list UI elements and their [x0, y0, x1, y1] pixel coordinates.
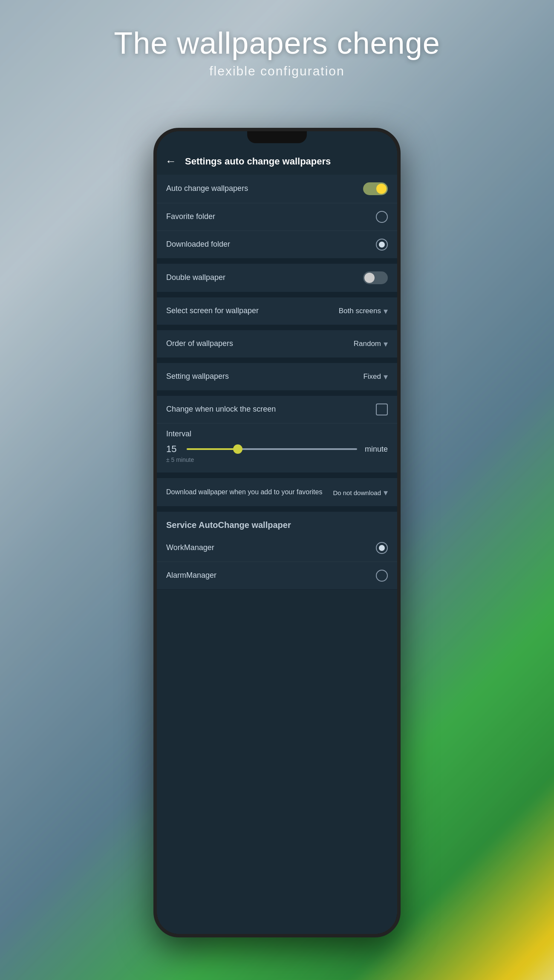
app-bar-title: Settings auto change wallpapers [185, 156, 389, 167]
download-value: Do not download [333, 489, 381, 496]
double-wallpaper-toggle[interactable] [363, 271, 388, 284]
work-manager-radio[interactable] [376, 542, 388, 554]
divider-3 [157, 325, 397, 330]
divider-6 [157, 473, 397, 478]
section-download: Download wallpaper when you add to your … [157, 478, 397, 507]
work-manager-row[interactable]: WorkManager [157, 534, 397, 562]
select-screen-arrow-icon: ▾ [384, 306, 388, 316]
order-dropdown[interactable]: Random ▾ [354, 339, 388, 349]
work-manager-label: WorkManager [166, 543, 376, 553]
downloaded-folder-row[interactable]: Downloaded folder [157, 231, 397, 258]
downloaded-folder-radio[interactable] [376, 239, 388, 251]
auto-change-label: Auto change wallpapers [166, 184, 363, 193]
double-wallpaper-row: Double wallpaper [157, 264, 397, 292]
section-unlock-interval: Change when unlock the screen Interval 1… [157, 396, 397, 473]
divider-2 [157, 292, 397, 297]
section-order: Order of wallpapers Random ▾ [157, 330, 397, 358]
section-setting-wallpapers: Setting wallpapers Fixed ▾ [157, 363, 397, 391]
hero-title: The wallpapers chenge [0, 26, 554, 61]
order-arrow-icon: ▾ [384, 339, 388, 349]
alarm-manager-label: AlarmManager [166, 571, 376, 580]
order-value: Random [354, 340, 381, 348]
setting-wallpapers-dropdown[interactable]: Fixed ▾ [363, 372, 388, 382]
phone-screen: ← Settings auto change wallpapers Auto c… [157, 131, 397, 934]
favorite-folder-label: Favorite folder [166, 212, 376, 222]
order-label: Order of wallpapers [166, 339, 354, 349]
favorite-folder-row[interactable]: Favorite folder [157, 203, 397, 231]
interval-label: Interval [166, 429, 388, 438]
settings-content: Auto change wallpapers Favorite folder D… [157, 175, 397, 931]
section-double-wallpaper: Double wallpaper [157, 264, 397, 292]
slider-fill [187, 448, 238, 450]
back-button[interactable]: ← [165, 155, 178, 168]
change-unlock-label: Change when unlock the screen [166, 404, 376, 414]
interval-hint: ± 5 minute [166, 456, 388, 463]
select-screen-label: Select screen for wallpaper [166, 306, 339, 316]
select-screen-dropdown[interactable]: Both screens ▾ [339, 306, 388, 316]
interval-row: 15 minute [166, 444, 388, 455]
interval-value: 15 [166, 444, 182, 455]
setting-wallpapers-row[interactable]: Setting wallpapers Fixed ▾ [157, 363, 397, 390]
downloaded-folder-radio-inner [379, 242, 385, 248]
double-wallpaper-toggle-thumb [364, 273, 375, 283]
divider-1 [157, 259, 397, 264]
hero-subtitle: flexible configuration [0, 64, 554, 78]
section-auto-change: Auto change wallpapers Favorite folder D… [157, 175, 397, 259]
download-arrow-icon: ▾ [384, 487, 388, 498]
divider-5 [157, 391, 397, 396]
phone-notch [247, 131, 307, 143]
slider-track [187, 448, 357, 450]
hero-section: The wallpapers chenge flexible configura… [0, 26, 554, 78]
change-unlock-checkbox[interactable] [376, 404, 388, 415]
alarm-manager-row[interactable]: AlarmManager [157, 562, 397, 589]
setting-wallpapers-value: Fixed [363, 372, 381, 381]
download-row[interactable]: Download wallpaper when you add to your … [157, 478, 397, 506]
setting-wallpapers-label: Setting wallpapers [166, 372, 363, 381]
downloaded-folder-label: Downloaded folder [166, 239, 376, 249]
work-manager-radio-inner [379, 545, 385, 551]
alarm-manager-radio[interactable] [376, 570, 388, 582]
phone-wrapper: ← Settings auto change wallpapers Auto c… [153, 128, 401, 937]
service-header: Service AutoChange wallpaper [157, 512, 397, 534]
order-row[interactable]: Order of wallpapers Random ▾ [157, 330, 397, 357]
slider-thumb[interactable] [233, 444, 242, 454]
divider-7 [157, 507, 397, 512]
divider-4 [157, 358, 397, 363]
interval-section: Interval 15 minute ± 5 minute [157, 424, 397, 473]
setting-wallpapers-arrow-icon: ▾ [384, 372, 388, 382]
interval-unit: minute [362, 445, 388, 454]
section-service: Service AutoChange wallpaper WorkManager… [157, 512, 397, 590]
section-select-screen: Select screen for wallpaper Both screens… [157, 297, 397, 325]
phone: ← Settings auto change wallpapers Auto c… [153, 128, 401, 937]
auto-change-row: Auto change wallpapers [157, 175, 397, 203]
select-screen-row[interactable]: Select screen for wallpaper Both screens… [157, 297, 397, 325]
auto-change-toggle[interactable] [363, 182, 388, 195]
select-screen-value: Both screens [339, 307, 381, 315]
change-unlock-row: Change when unlock the screen [157, 396, 397, 424]
interval-slider[interactable] [187, 444, 357, 454]
favorite-folder-radio[interactable] [376, 211, 388, 223]
download-label: Download wallpaper when you add to your … [166, 487, 333, 497]
download-dropdown[interactable]: Do not download ▾ [333, 487, 388, 498]
double-wallpaper-label: Double wallpaper [166, 273, 363, 282]
auto-change-toggle-thumb [376, 184, 387, 194]
